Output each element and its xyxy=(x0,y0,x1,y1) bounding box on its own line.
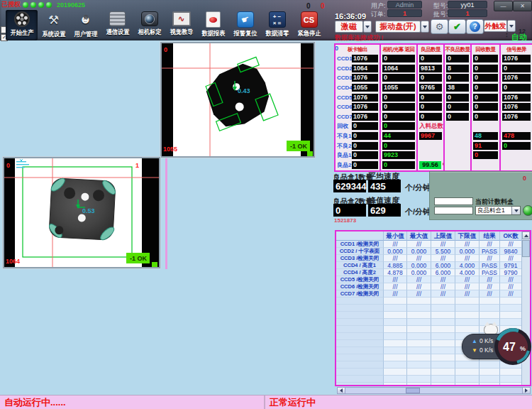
stats-row: 0 xyxy=(418,92,443,102)
stats-row: 0 xyxy=(445,92,470,102)
scroll-up-arrow-icon[interactable] xyxy=(522,231,530,239)
results-cell: /// xyxy=(480,283,500,290)
toolbar-button-users[interactable]: 用户管理 xyxy=(70,10,101,40)
help-button[interactable]: ? xyxy=(466,19,484,34)
results-cell: 0.000 xyxy=(407,262,431,269)
results-row[interactable]: CCD6 /检测关闭////////////////// xyxy=(336,283,522,290)
toolbar-button-tools[interactable]: 系统设置 xyxy=(38,10,70,40)
counter-input-2[interactable] xyxy=(434,207,473,214)
order-value: 1 xyxy=(403,10,406,17)
stats-row: 1076 xyxy=(501,102,532,112)
results-cell xyxy=(407,312,431,319)
scrollbar-thumb[interactable] xyxy=(406,388,420,393)
stats-row-label: 良品2 xyxy=(337,161,352,169)
stats-column-2: 相机/光幕 返回0106401055000044099230 xyxy=(379,43,418,172)
toolbar-button-reel[interactable]: 开始生产 xyxy=(6,10,38,40)
stats-cell: 9813 xyxy=(419,65,442,72)
results-header-cell: 最大值 xyxy=(407,231,431,241)
results-row[interactable]: CCD1 /检测关闭////////////////// xyxy=(336,241,522,248)
results-cell xyxy=(384,361,407,369)
stats-table: 板卡输出CCD11076CCD21064CCD31076CCD41055CCD5… xyxy=(333,43,532,173)
results-row[interactable]: CCD2 / 十字表面0.0000.0005.5000.000PASS9840 xyxy=(336,248,522,255)
results-row-name: CCD1 /检测关闭 xyxy=(336,241,384,248)
results-cell xyxy=(500,305,522,312)
results-cell xyxy=(480,305,500,312)
results-row[interactable]: CCD5 /检测关闭////////////////// xyxy=(336,276,522,283)
stats-cell: 0 xyxy=(446,55,469,62)
toolbar-button-camera[interactable]: 相机标定 xyxy=(133,10,165,40)
stats-cell: 0 xyxy=(382,55,415,62)
stats-cell: 1055 xyxy=(352,84,378,92)
user-field[interactable]: Admin xyxy=(387,1,422,9)
model-field[interactable]: yy01 xyxy=(448,1,487,9)
results-cell xyxy=(455,383,480,386)
system-monitor-widget[interactable]: ▲ 0 K/s ▼ 0 K/s 47 % xyxy=(460,322,532,366)
scroll-right-arrow-icon[interactable] xyxy=(522,388,530,393)
results-cell xyxy=(480,383,500,386)
excite-button[interactable]: 激磁 xyxy=(335,21,363,33)
results-cell: /// xyxy=(455,283,480,290)
stats-cell: 1076 xyxy=(352,74,378,82)
results-cell: 0.000 xyxy=(384,248,407,255)
stats-row: 1076 xyxy=(501,92,532,102)
minimize-button[interactable]: — xyxy=(494,1,513,11)
results-row-name xyxy=(336,383,384,386)
stats-cell: 0 xyxy=(419,55,442,62)
trigger-select[interactable]: 外触发 xyxy=(484,20,507,32)
stats-cell: 0 xyxy=(473,74,498,82)
order-field[interactable]: 1 xyxy=(387,9,422,17)
results-cell: /// xyxy=(500,283,522,290)
camera-icon xyxy=(141,11,158,26)
results-cell xyxy=(480,376,500,383)
counter-input-1[interactable] xyxy=(434,197,473,205)
close-button[interactable]: ✕ xyxy=(513,1,532,11)
stats-row: 0 xyxy=(472,112,499,122)
stats-column-3: 良品数显0981309765000入料总数996799.56% xyxy=(416,43,445,172)
horizontal-scrollbar[interactable] xyxy=(337,387,531,394)
select-dropdown-arrow-icon[interactable] xyxy=(511,207,520,214)
toolbar-button-hand[interactable]: 报警复位 xyxy=(229,10,261,40)
stats-cell: 1076 xyxy=(502,103,531,111)
stats-cell: 48 xyxy=(473,132,498,140)
stats-cell: 0 xyxy=(352,132,378,140)
stats-row xyxy=(445,131,470,141)
stats-cell: 1076 xyxy=(352,55,378,62)
results-cell: /// xyxy=(455,241,480,248)
settings-gear-button[interactable]: ⚙ xyxy=(431,19,448,34)
toolbar-button-calc[interactable]: 数据清零 xyxy=(261,10,293,40)
results-cell xyxy=(455,312,480,319)
results-cell xyxy=(431,298,455,305)
results-cell xyxy=(407,326,431,333)
results-cell: /// xyxy=(384,283,407,290)
results-cell xyxy=(384,326,407,333)
vibration-dropdown-arrow-icon[interactable] xyxy=(421,21,429,33)
results-row[interactable]: CCD4 / 高度14.8850.0006.0004.000PASS9791 xyxy=(336,262,522,269)
results-row[interactable]: CCD7 /检测关闭////////////////// xyxy=(336,290,522,298)
results-row[interactable]: CCD4 / 高度24.8780.0006.0004.000PASS9790 xyxy=(336,269,522,276)
stats-row-label: CCD2 xyxy=(337,65,352,72)
trigger-dropdown-arrow-icon[interactable] xyxy=(507,20,516,32)
results-empty-row xyxy=(336,376,522,383)
results-header-row: 最小值最大值上限值下限值结果OK数 xyxy=(336,231,522,241)
excite-dropdown-arrow-icon[interactable] xyxy=(363,21,372,33)
toolbar-button-stop[interactable]: 紧急停止 xyxy=(293,10,325,40)
confirm-check-button[interactable]: ✔ xyxy=(448,19,466,34)
results-row[interactable]: CCD3 /检测关闭////////////////// xyxy=(336,255,522,262)
toolbar-button-report[interactable]: 数据报表 xyxy=(197,10,229,40)
vibration-button[interactable]: 振动盘(开) xyxy=(375,21,421,33)
toolbar-button-monitor[interactable]: 视觉教导 xyxy=(165,10,197,40)
current-box-select[interactable]: 良品料盒1 xyxy=(475,206,521,215)
scrollbar-thumb[interactable] xyxy=(522,240,530,257)
toolbar-button-server[interactable]: 通信设置 xyxy=(101,10,133,40)
stats-cell: 0 xyxy=(473,55,498,62)
stats-row: 0 xyxy=(381,102,416,112)
stats-row: 良品10 xyxy=(336,151,379,160)
green-corner-marker xyxy=(152,262,157,267)
results-cell xyxy=(431,326,455,333)
batch-field[interactable]: 1 xyxy=(448,9,487,17)
auto-mode-dots: ∶ xyxy=(506,31,508,39)
stats-column-header: 信号差异 xyxy=(501,45,532,54)
camera1-image: 0.43 0 1055 -1 OK xyxy=(162,43,314,156)
status-led-icon xyxy=(523,205,532,216)
scroll-left-arrow-icon[interactable] xyxy=(338,388,345,393)
